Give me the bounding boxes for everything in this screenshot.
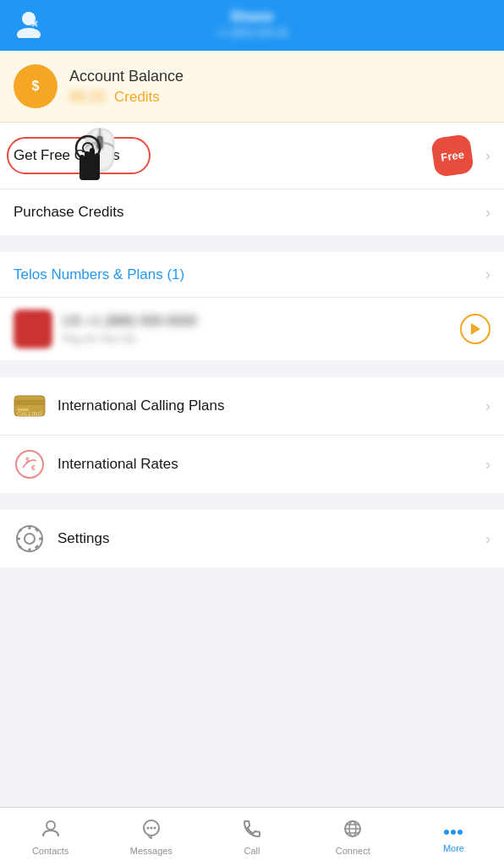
telos-numbers-section: Telos Numbers & Plans (1) › US +1 (888) …	[0, 252, 504, 360]
tab-connect[interactable]: Connect	[303, 808, 403, 866]
number-value: US +1 (888) 000-0000	[63, 314, 450, 329]
balance-credits-label: Credits	[114, 89, 160, 105]
header-avatar	[14, 8, 44, 44]
get-free-credits-label: Get Free Credits	[14, 147, 433, 164]
international-calling-label: International Calling Plans	[58, 397, 479, 414]
purchase-credits-label: Purchase Credits	[14, 204, 479, 221]
contacts-icon	[41, 819, 61, 842]
chevron-icon: ›	[485, 147, 490, 165]
settings-icon	[14, 523, 46, 555]
tab-messages-label: Messages	[130, 846, 173, 856]
play-button[interactable]	[460, 314, 490, 344]
tab-call[interactable]: Call	[201, 808, 302, 866]
number-info: US +1 (888) 000-0000 Pay As You Go	[63, 314, 450, 345]
number-sub: Pay As You Go	[63, 332, 450, 345]
header-name: Shane	[216, 8, 288, 25]
tab-contacts-label: Contacts	[32, 846, 68, 856]
account-balance-section: $ Account Balance 99.25 Credits	[0, 51, 504, 123]
svg-point-35	[153, 826, 156, 829]
connect-icon	[342, 819, 363, 842]
settings-item[interactable]: Settings ›	[0, 510, 504, 567]
svg-rect-15	[14, 400, 45, 405]
messages-icon	[141, 819, 162, 842]
svg-point-31	[47, 821, 55, 830]
tab-call-label: Call	[244, 846, 260, 856]
svg-point-18	[16, 451, 43, 478]
international-rates-label: International Rates	[58, 456, 479, 473]
svg-rect-24	[29, 548, 31, 552]
tab-bar: Contacts Messages Call	[0, 807, 504, 866]
international-rates-icon: $ €	[14, 448, 46, 480]
chevron-icon: ›	[485, 266, 490, 283]
international-rates-item[interactable]: $ € International Rates ›	[0, 436, 504, 493]
svg-text:€: €	[31, 463, 36, 472]
svg-point-34	[150, 826, 152, 829]
svg-point-33	[146, 826, 149, 829]
telos-numbers-item[interactable]: Telos Numbers & Plans (1) ›	[0, 252, 504, 298]
chevron-icon: ›	[485, 204, 490, 222]
purchase-credits-item[interactable]: Purchase Credits ›	[0, 189, 504, 235]
svg-rect-8	[79, 162, 100, 180]
chevron-icon: ›	[485, 456, 490, 474]
svg-rect-26	[39, 538, 43, 540]
number-row[interactable]: US +1 (888) 000-0000 Pay As You Go	[0, 298, 504, 360]
tab-connect-label: Connect	[336, 846, 370, 856]
svg-marker-13	[471, 323, 480, 335]
separator-2	[0, 369, 504, 377]
settings-section: Settings ›	[0, 510, 504, 567]
tab-more[interactable]: More	[403, 808, 504, 866]
telos-numbers-label: Telos Numbers & Plans (1)	[14, 266, 479, 283]
svg-text:$: $	[32, 79, 40, 93]
svg-text:CALLING: CALLING	[17, 411, 42, 417]
more-icon	[443, 821, 463, 840]
number-avatar	[14, 310, 52, 348]
svg-point-43	[457, 830, 463, 835]
settings-label: Settings	[58, 530, 479, 547]
balance-info: Account Balance 99.25 Credits	[69, 68, 490, 106]
svg-rect-23	[29, 525, 31, 529]
tab-bar-spacer	[0, 576, 504, 644]
svg-point-42	[451, 830, 456, 835]
international-calling-item[interactable]: CALLING International Calling Plans ›	[0, 377, 504, 436]
header: Shane +1 (555) 555-55	[0, 0, 504, 51]
separator-1	[0, 244, 504, 252]
international-section: CALLING International Calling Plans › $ …	[0, 377, 504, 493]
svg-point-41	[444, 830, 449, 835]
separator-3	[0, 502, 504, 510]
chevron-icon: ›	[485, 397, 490, 415]
call-icon	[242, 819, 262, 842]
balance-amount-row: 99.25 Credits	[69, 89, 490, 106]
svg-point-22	[25, 534, 35, 544]
header-text-block: Shane +1 (555) 555-55	[216, 8, 288, 39]
balance-icon: $	[14, 64, 58, 108]
chevron-icon: ›	[485, 530, 490, 548]
get-free-credits-item[interactable]: Get Free Credits Free › 🖱️	[0, 123, 504, 189]
free-badge: Free	[430, 134, 474, 178]
tab-more-label: More	[443, 843, 464, 853]
svg-point-1	[17, 28, 41, 38]
header-phone: +1 (555) 555-55	[216, 27, 288, 39]
tab-contacts[interactable]: Contacts	[0, 808, 101, 866]
credits-section: Get Free Credits Free › 🖱️	[0, 123, 504, 235]
balance-title: Account Balance	[69, 68, 490, 85]
tab-messages[interactable]: Messages	[101, 808, 201, 866]
svg-rect-25	[16, 538, 20, 540]
calling-plans-icon: CALLING	[14, 390, 46, 422]
balance-amount: 99.25	[69, 89, 106, 105]
